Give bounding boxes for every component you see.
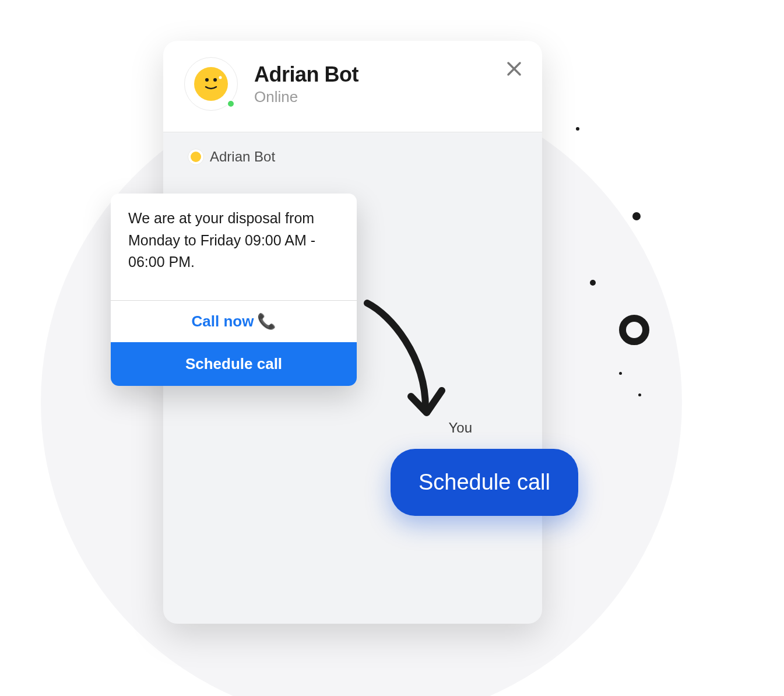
sender-name: Adrian Bot <box>210 149 275 165</box>
message-sender-row: Adrian Bot <box>163 132 542 165</box>
svg-point-0 <box>205 78 209 82</box>
header-text: Adrian Bot Online <box>254 62 358 106</box>
deco-dot <box>576 127 579 131</box>
bot-avatar-face <box>194 67 228 101</box>
deco-dot <box>638 393 641 396</box>
small-avatar-face <box>191 152 201 162</box>
bot-name: Adrian Bot <box>254 62 358 87</box>
call-now-label: Call now <box>192 312 254 331</box>
small-avatar <box>188 149 204 165</box>
bot-avatar <box>184 57 238 111</box>
schedule-call-button[interactable]: Schedule call <box>111 342 357 386</box>
svg-point-1 <box>213 78 217 82</box>
chat-window: Adrian Bot Online Adrian Bot We are at y… <box>163 41 542 624</box>
svg-point-2 <box>219 76 222 79</box>
phone-icon: 📞 <box>257 312 276 331</box>
deco-dot <box>619 372 622 375</box>
deco-ring <box>619 315 649 345</box>
arrow-icon <box>356 297 449 437</box>
bot-message-card: We are at your disposal from Monday to F… <box>111 194 357 386</box>
call-now-button[interactable]: Call now 📞 <box>111 301 357 342</box>
deco-dot <box>590 280 596 286</box>
chat-header: Adrian Bot Online <box>163 41 542 132</box>
close-button[interactable] <box>505 59 523 78</box>
user-message-bubble: Schedule call <box>391 449 578 516</box>
online-indicator <box>227 100 235 108</box>
bot-message-text: We are at your disposal from Monday to F… <box>111 194 357 290</box>
deco-dot <box>632 212 641 220</box>
you-label: You <box>449 420 473 436</box>
bot-status: Online <box>254 88 358 106</box>
close-icon <box>507 61 522 76</box>
